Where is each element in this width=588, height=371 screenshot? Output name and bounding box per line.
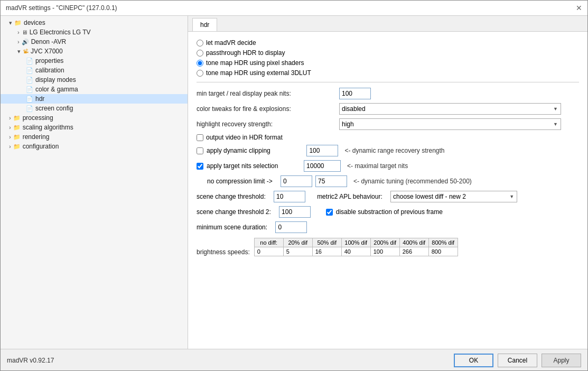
cancel-button[interactable]: Cancel bbox=[498, 354, 537, 367]
brightness-speeds-row: brightness speeds: no diff: 20% dif 50% … bbox=[197, 237, 579, 256]
sidebar-item-jvc[interactable]: ▾ 📽 JVC X7000 bbox=[1, 47, 188, 56]
sidebar-item-color-gamma[interactable]: 📄 color & gamma bbox=[1, 85, 188, 94]
disable-substraction-checkbox[interactable] bbox=[326, 209, 333, 216]
brightness-val-4[interactable] bbox=[374, 248, 397, 255]
dynamic-tuning-hint: <- dynamic tuning (recommended 50-200) bbox=[353, 178, 472, 185]
sidebar-item-calibration[interactable]: 📄 calibration bbox=[1, 66, 188, 75]
metric2-apl-dropdown[interactable]: choose lowest diff - new 2 option 2 opti… bbox=[390, 191, 517, 202]
minimum-scene-duration-row: minimum scene duration: bbox=[197, 221, 579, 233]
min-target-nits-label: min target / real display peak nits: bbox=[197, 90, 339, 97]
scene-change-threshold-label: scene change threshold: bbox=[197, 193, 266, 200]
expand-icon: › bbox=[9, 115, 11, 121]
sidebar-item-scaling-algorithms[interactable]: › 📁 scaling algorithms bbox=[1, 123, 188, 132]
color-tweaks-label: color tweaks for fire & explosions: bbox=[197, 105, 339, 113]
color-tweaks-row: color tweaks for fire & explosions: disa… bbox=[197, 103, 579, 115]
apply-target-nits-row: apply target nits selection <- maximal t… bbox=[197, 160, 579, 172]
highlight-recovery-dropdown[interactable]: off low medium high bbox=[339, 118, 561, 130]
expand-icon: › bbox=[9, 124, 11, 131]
brightness-val-5[interactable] bbox=[403, 248, 426, 255]
sidebar-item-label: hdr bbox=[35, 95, 44, 103]
sidebar-item-lg-tv[interactable]: › 🖥 LG Electronics LG TV bbox=[1, 27, 188, 37]
expand-icon: ▾ bbox=[9, 20, 12, 26]
sidebar-item-denon[interactable]: › 🔊 Denon -AVR bbox=[1, 37, 188, 47]
expand-icon: › bbox=[9, 143, 11, 150]
sidebar-item-label: screen config bbox=[35, 105, 73, 112]
sidebar-item-rendering[interactable]: › 📁 rendering bbox=[1, 132, 188, 142]
brightness-val-1[interactable] bbox=[286, 248, 310, 255]
sidebar-item-processing[interactable]: › 📁 processing bbox=[1, 113, 188, 123]
sidebar-item-label: LG Electronics LG TV bbox=[30, 29, 91, 36]
folder-icon: 📁 bbox=[13, 143, 21, 150]
minimum-scene-duration-label: minimum scene duration: bbox=[197, 224, 267, 231]
scene-change-threshold2-input[interactable] bbox=[279, 206, 311, 218]
no-compression-row: no compression limit -> <- dynamic tunin… bbox=[197, 175, 579, 187]
radio-passthrough: passthrough HDR to display bbox=[197, 49, 579, 57]
close-button[interactable]: ✕ bbox=[576, 4, 582, 12]
title-bar: madVR settings - "CINEPC" (127.0.0.1) ✕ bbox=[1, 1, 587, 16]
sidebar: ▾ 📁 devices › 🖥 LG Electronics LG TV › 🔊… bbox=[1, 16, 188, 349]
sidebar-item-screen-config[interactable]: 📄 screen config bbox=[1, 104, 188, 113]
radio-passthrough-input[interactable] bbox=[197, 50, 203, 57]
col-100: 100% dif bbox=[341, 238, 370, 247]
min-target-nits-input[interactable] bbox=[339, 88, 371, 99]
monitor-icon: 🖥 bbox=[22, 29, 27, 35]
col-800: 800% dif bbox=[428, 238, 458, 247]
bottom-bar: madVR v0.92.17 OK Cancel Apply bbox=[1, 349, 587, 371]
brightness-val-0[interactable] bbox=[257, 248, 281, 255]
brightness-val-6[interactable] bbox=[432, 248, 455, 255]
dynamic-clipping-hint: <- dynamic range recovery strength bbox=[344, 147, 444, 154]
sidebar-item-label: configuration bbox=[23, 143, 59, 150]
brightness-speeds-label: brightness speeds: bbox=[197, 237, 250, 256]
col-no-diff: no diff: bbox=[254, 238, 283, 247]
expand-icon: › bbox=[9, 134, 11, 140]
apply-target-nits-checkbox[interactable] bbox=[197, 163, 203, 170]
window-title: madVR settings - "CINEPC" (127.0.0.1) bbox=[6, 4, 117, 12]
radio-tone-map-shaders: tone map HDR using pixel shaders bbox=[197, 59, 579, 67]
col-20: 20% dif bbox=[283, 238, 312, 247]
apply-dynamic-clipping-row: apply dynamic clipping <- dynamic range … bbox=[197, 145, 579, 156]
scene-change-threshold-input[interactable] bbox=[274, 191, 305, 202]
sidebar-item-display-modes[interactable]: 📄 display modes bbox=[1, 75, 188, 85]
doc-icon: 📄 bbox=[26, 105, 33, 112]
color-tweaks-dropdown-wrapper: disabled low medium high bbox=[339, 103, 561, 115]
apply-dynamic-clipping-checkbox[interactable] bbox=[197, 147, 203, 154]
sidebar-item-configuration[interactable]: › 📁 configuration bbox=[1, 142, 188, 151]
expand-icon: › bbox=[17, 29, 20, 35]
minimum-scene-duration-input[interactable] bbox=[275, 221, 307, 233]
projector-icon: 📽 bbox=[23, 48, 29, 54]
doc-icon: 📄 bbox=[26, 58, 33, 64]
no-compression-input[interactable] bbox=[281, 175, 312, 187]
sidebar-item-label: color & gamma bbox=[35, 86, 78, 93]
brightness-val-3[interactable] bbox=[344, 248, 368, 255]
sidebar-item-properties[interactable]: 📄 properties bbox=[1, 56, 188, 66]
sidebar-item-devices[interactable]: ▾ 📁 devices bbox=[1, 18, 188, 27]
doc-icon: 📄 bbox=[26, 67, 33, 74]
dynamic-tuning-input[interactable] bbox=[315, 175, 347, 187]
sidebar-item-label: Denon -AVR bbox=[31, 38, 66, 45]
brightness-val-2[interactable] bbox=[315, 248, 339, 255]
min-target-nits-row: min target / real display peak nits: bbox=[197, 88, 579, 99]
target-nits-input[interactable] bbox=[304, 160, 341, 172]
apply-button[interactable]: Apply bbox=[542, 354, 581, 367]
radio-tone-map-3dlut-input[interactable] bbox=[197, 70, 203, 77]
speaker-icon: 🔊 bbox=[22, 39, 29, 45]
folder-icon: 📁 bbox=[13, 115, 21, 122]
apply-target-nits-label: apply target nits selection bbox=[207, 162, 278, 170]
col-50: 50% dif bbox=[312, 238, 341, 247]
doc-icon: 📄 bbox=[26, 86, 33, 93]
brightness-speeds-table: no diff: 20% dif 50% dif 100% dif 200% d… bbox=[254, 238, 458, 256]
ok-button[interactable]: OK bbox=[454, 354, 493, 367]
output-hdr-format-checkbox[interactable] bbox=[197, 134, 203, 141]
sidebar-item-hdr[interactable]: 📄 hdr bbox=[1, 94, 188, 104]
radio-tone-map-3dlut: tone map HDR using external 3DLUT bbox=[197, 69, 579, 77]
scene-change-threshold2-label: scene change threshold 2: bbox=[197, 208, 271, 216]
no-compression-label: no compression limit -> bbox=[197, 178, 273, 185]
radio-tone-map-shaders-input[interactable] bbox=[197, 60, 203, 67]
dynamic-clipping-input[interactable] bbox=[306, 145, 338, 156]
folder-icon: 📁 bbox=[14, 20, 22, 26]
tab-hdr[interactable]: hdr bbox=[192, 18, 217, 31]
radio-let-madvr-input[interactable] bbox=[197, 40, 203, 47]
sidebar-item-label: rendering bbox=[23, 133, 50, 141]
color-tweaks-dropdown[interactable]: disabled low medium high bbox=[339, 103, 561, 115]
apply-dynamic-clipping-label: apply dynamic clipping bbox=[207, 147, 270, 154]
